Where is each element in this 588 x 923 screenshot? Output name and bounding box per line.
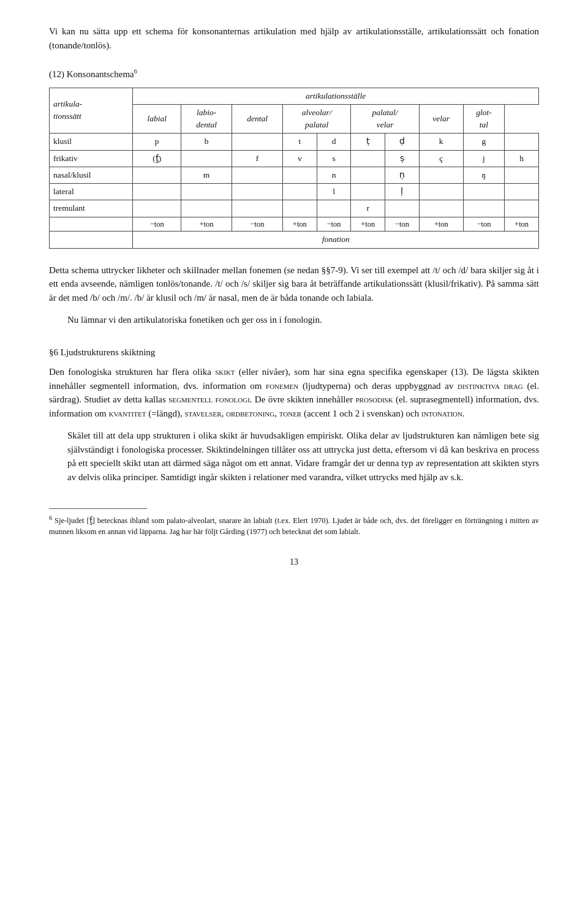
para3-text3: (ljudtyperna) och deras uppbyggnad av — [298, 381, 458, 391]
cell-tremulant-empty6 — [385, 200, 420, 217]
table-row-klusil: klusil p b t d ṭ ḍ k g — [50, 134, 539, 150]
cell-frikativ-c-cedilla: ç — [419, 150, 463, 167]
para3-toner: toner — [279, 409, 301, 418]
footnote-text: 6 Sje-ljudet [f̡] betecknas ibland som p… — [49, 514, 539, 537]
cell-klusil-b: b — [181, 134, 232, 150]
para3-text7: (=längd), — [146, 409, 184, 418]
para3-text9: , — [274, 409, 279, 418]
cell-nasal-n-dot: ṇ — [385, 167, 420, 183]
cell-nasal-empty3 — [283, 167, 317, 183]
cell-tremulant-empty9 — [505, 200, 539, 217]
para3-text1: Den fonologiska strukturen har flera oli… — [49, 367, 215, 377]
cell-frikativ-v: v — [283, 150, 317, 167]
cell-klusil-d-dot: ḍ — [385, 134, 420, 150]
row-lateral-label: lateral — [50, 184, 133, 200]
schema-section: (12) Konsonantschema6 artikula-tionssätt… — [49, 67, 539, 249]
cell-nasal-empty5 — [419, 167, 463, 183]
para3-text8: , — [221, 409, 226, 418]
cell-lateral-empty5 — [351, 184, 385, 200]
row-frikativ-label: frikativ — [50, 150, 133, 167]
cell-frikativ-empty — [181, 150, 232, 167]
cell-lateral-empty7 — [463, 184, 505, 200]
cell-tremulant-r: r — [351, 200, 385, 217]
cell-ton-plus4: +ton — [419, 217, 463, 232]
cell-klusil-t-dot: ṭ — [351, 134, 385, 150]
cell-tremulant-empty5 — [317, 200, 351, 217]
col-labiodental: labio-dental — [181, 104, 232, 134]
cell-lateral-empty8 — [505, 184, 539, 200]
cell-nasal-n: n — [317, 167, 351, 183]
cell-tremulant-empty1 — [133, 200, 181, 217]
col-velar: velar — [419, 104, 463, 134]
cell-ton-plus3: +ton — [351, 217, 385, 232]
cell-lateral-empty1 — [133, 184, 181, 200]
table-row-lateral: lateral l ḷ — [50, 184, 539, 200]
para3-fonemen: fonemen — [266, 381, 298, 391]
cell-tremulant-empty2 — [181, 200, 232, 217]
cell-klusil-p: p — [133, 134, 181, 150]
para3-skikt: skikt — [215, 367, 235, 377]
para3-stavelser: stavelser — [184, 409, 221, 418]
para3-segmentell: segmentell fonologi — [168, 394, 250, 404]
footnote-body: Sje-ljudet [f̡] betecknas ibland som pal… — [49, 516, 539, 536]
schema-table-wrapper: artikula-tionssätt artikulationsställe l… — [49, 88, 539, 249]
cell-nasal-empty2 — [232, 167, 283, 183]
cell-frikativ-s-dot: ṣ — [385, 150, 420, 167]
table-row-fonation: fonation — [50, 232, 539, 248]
para3-kvantitet: kvantitet — [109, 409, 146, 418]
cell-nasal-m: m — [181, 167, 232, 183]
table-row-ton: −ton +ton −ton +ton −ton +ton −ton +ton … — [50, 217, 539, 232]
cell-frikativ-s: s — [317, 150, 351, 167]
para3-distinktiva: distinktiva drag — [458, 381, 523, 391]
cell-tremulant-empty3 — [232, 200, 283, 217]
table-row-tremulant: tremulant r — [50, 200, 539, 217]
cell-tremulant-empty7 — [419, 200, 463, 217]
cell-nasal-empty4 — [351, 167, 385, 183]
cell-nasal-eng: ŋ — [463, 167, 505, 183]
col-labial: labial — [133, 104, 181, 134]
cell-ton-empty — [50, 217, 133, 232]
col-dental: dental — [232, 104, 283, 134]
cell-ton-minus4: −ton — [385, 217, 420, 232]
page-number: 13 — [49, 556, 539, 568]
cell-ton-minus1: −ton — [133, 217, 181, 232]
cell-frikativ-h: h — [505, 150, 539, 167]
artic-stelle-header: artikulationsställe — [133, 88, 539, 104]
table-row-nasal: nasal/klusil m n ṇ ŋ — [50, 167, 539, 183]
footnote-divider — [49, 508, 147, 509]
row-tremulant-label: tremulant — [50, 200, 133, 217]
cell-ton-minus2: −ton — [232, 217, 283, 232]
col-glottal: glot-tal — [463, 104, 505, 134]
cell-klusil-g: g — [463, 134, 505, 150]
para3-prosodisk: prosodisk — [355, 394, 393, 404]
body-para-1: Detta schema uttrycker likheter och skil… — [49, 263, 539, 305]
row-klusil-label: klusil — [50, 134, 133, 150]
fonation-label: fonation — [133, 232, 539, 248]
cell-frikativ-j: j — [463, 150, 505, 167]
cell-klusil-k: k — [419, 134, 463, 150]
cell-nasal-empty6 — [505, 167, 539, 183]
cell-ton-minus5: −ton — [463, 217, 505, 232]
para3-text5: . De övre skikten innehåller — [250, 394, 356, 404]
cell-lateral-empty4 — [283, 184, 317, 200]
cell-klusil-empty2 — [505, 134, 539, 150]
cell-frikativ-fj: (f̡) — [133, 150, 181, 167]
footnote-number: 6 — [49, 514, 52, 521]
cell-lateral-empty6 — [419, 184, 463, 200]
section-heading: §6 Ljudstrukturens skiktning — [49, 345, 539, 360]
cell-klusil-empty1 — [232, 134, 283, 150]
body-para-4: Skälet till att dela upp strukturen i ol… — [67, 429, 539, 484]
cell-klusil-t: t — [283, 134, 317, 150]
cell-frikativ-empty2 — [351, 150, 385, 167]
para3-ordbetoning: ordbetoning — [226, 409, 274, 418]
cell-klusil-d: d — [317, 134, 351, 150]
row-nasal-label: nasal/klusil — [50, 167, 133, 183]
cell-nasal-empty1 — [133, 167, 181, 183]
cell-ton-plus2: +ton — [283, 217, 317, 232]
page-content: Vi kan nu sätta upp ett schema för konso… — [49, 24, 539, 568]
cell-lateral-l: l — [317, 184, 351, 200]
para3-text10: (accent 1 och 2 i svenskan) och — [301, 409, 421, 418]
col-palatal: palatal/velar — [351, 104, 419, 134]
table-row-frikativ: frikativ (f̡) f v s ṣ ç j h — [50, 150, 539, 167]
cell-frikativ-f: f — [232, 150, 283, 167]
